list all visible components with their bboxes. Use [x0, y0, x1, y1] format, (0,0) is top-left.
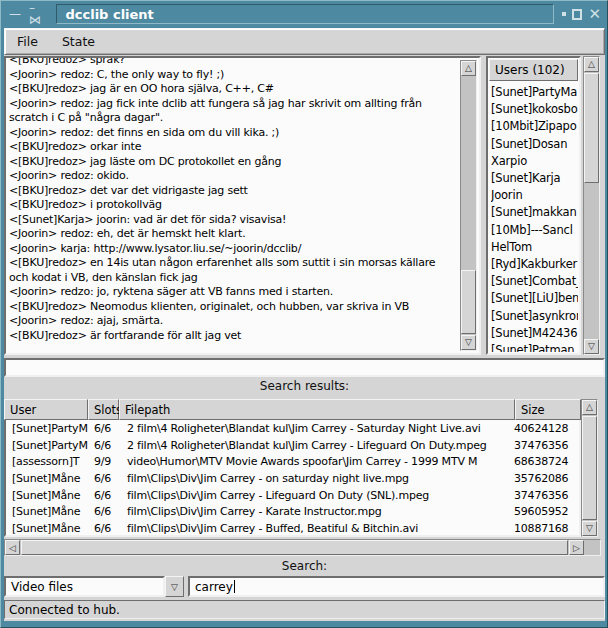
maximize-icon[interactable] — [572, 9, 583, 20]
column-header-slots[interactable]: Slots — [88, 399, 119, 420]
chat-line: <[BKU]redoz> språk? — [9, 58, 459, 68]
chat-line: <Joorin> karja: http://www.lysator.liu.s… — [9, 242, 459, 257]
user-list-item[interactable]: [Sunet]M42436 — [491, 325, 578, 342]
shade-icon[interactable]: — — [9, 8, 21, 20]
table-row[interactable]: [Sunet]Måne6/6film\Clips\Div\Jim Carrey … — [6, 487, 579, 504]
user-list-item[interactable]: [Sunet]Combat_ — [491, 273, 578, 290]
pin-icon[interactable]: –⋈ — [29, 2, 46, 26]
search-query: carrey — [195, 580, 233, 594]
chat-line: <Joorin> redzo: jo, ryktena säger att VB… — [9, 285, 459, 300]
user-list-item[interactable]: [Sunet]asynkron — [491, 308, 578, 325]
scroll-down-icon[interactable]: ▽ — [584, 339, 599, 354]
table-row[interactable]: [assessorn]T9/9video\Humor\MTV Movie Awa… — [6, 453, 579, 470]
chat-scrollbar[interactable]: △ ▽ — [460, 60, 477, 351]
user-list-item[interactable]: [Sunet]PartyMa — [491, 84, 578, 101]
table-cell: [Sunet]Måne — [6, 505, 89, 518]
close-icon[interactable]: ✕ — [588, 5, 601, 23]
table-cell: 6/6 — [89, 472, 120, 485]
scroll-left-icon[interactable]: ◁ — [5, 540, 20, 555]
table-cell: video\Humor\MTV Movie Awards spoofar\Jim… — [120, 455, 510, 468]
chat-line: <Joorin> redoz: eh, det är hemskt helt k… — [9, 227, 459, 242]
menu-state[interactable]: State — [50, 32, 107, 51]
minimize-icon[interactable] — [562, 12, 566, 16]
users-list[interactable]: [Sunet]PartyMa[Sunet]kokosbo[10Mbit]Zipa… — [491, 84, 578, 352]
user-list-item[interactable]: [10Mbit]Zipapo — [491, 118, 578, 135]
chat-line: <[BKU]redoz> i protokollväg — [9, 198, 459, 213]
table-cell: [Sunet]Måne — [6, 489, 89, 502]
user-list-item[interactable]: HelTom — [491, 239, 578, 256]
table-hscroll-thumb[interactable] — [21, 540, 568, 555]
table-cell: 6/6 — [89, 422, 120, 435]
user-list-item[interactable]: Joorin — [491, 187, 578, 204]
user-list-item[interactable]: [Ryd]Kakburker — [491, 256, 578, 273]
chat-line: <Joorin> redoz: ajaj, smärta. — [9, 314, 459, 329]
table-cell: 6/6 — [89, 489, 120, 502]
search-label: Search: — [4, 559, 605, 573]
table-body[interactable]: [Sunet]PartyM6/62 film\4 Roligheter\Blan… — [4, 420, 581, 537]
chat-messages[interactable]: <[BKU]redoz> språk?<Joorin> redoz: C, th… — [9, 58, 459, 351]
user-list-item[interactable]: [10Mb]---Sancl — [491, 222, 578, 239]
table-cell: [Sunet]PartyM — [6, 439, 89, 452]
table-cell: [Sunet]PartyM — [6, 422, 89, 435]
table-cell: 2 film\4 Roligheter\Blandat kul\Jim Carr… — [120, 422, 510, 435]
chat-line: <[Sunet]Karja> joorin: vad är det för si… — [9, 213, 459, 228]
scroll-right-icon[interactable]: ▷ — [569, 540, 584, 555]
table-cell: 37476356 — [510, 439, 570, 452]
menubar: File State — [4, 28, 605, 55]
table-cell: 35762086 — [510, 472, 570, 485]
file-type-select[interactable]: Video files — [4, 576, 165, 597]
user-list-item[interactable]: [Sunet]Karja — [491, 170, 578, 187]
scroll-up-icon[interactable]: △ — [582, 400, 597, 415]
chat-line: <Joorin> redoz: okido. — [9, 169, 459, 184]
table-scroll-thumb[interactable] — [582, 416, 597, 520]
table-cell: 6/6 — [89, 522, 120, 535]
user-list-item[interactable]: Xarpio — [491, 153, 578, 170]
search-input[interactable]: carrey — [188, 576, 605, 597]
table-cell: film\Clips\Div\Jim Carrey - Lifeguard On… — [120, 489, 510, 502]
table-header: User Slots Filepath Size — [4, 399, 581, 420]
table-cell: 6/6 — [89, 439, 120, 452]
table-row[interactable]: [Sunet]Måne6/6film\Clips\Div\Jim Carrey … — [6, 470, 579, 487]
column-header-filepath[interactable]: Filepath — [119, 399, 515, 420]
chat-line: <[BKU]redoz> är fortfarande för allt jag… — [9, 329, 459, 344]
column-header-user[interactable]: User — [4, 399, 88, 420]
table-row[interactable]: [Sunet]Måne6/6film\Clips\Div\Jim Carrey … — [6, 520, 579, 537]
table-hscrollbar[interactable]: ◁ ▷ — [4, 539, 601, 556]
chat-line: <[BKU]redoz> en 14is utan någon erfarenh… — [9, 256, 459, 271]
scroll-down-icon[interactable]: ▽ — [582, 521, 597, 536]
column-header-size[interactable]: Size — [515, 399, 581, 420]
chat-input[interactable] — [4, 358, 605, 377]
table-cell: [Sunet]Måne — [6, 522, 89, 535]
user-list-item[interactable]: [Sunet]Dosan — [491, 136, 578, 153]
scroll-up-icon[interactable]: △ — [461, 61, 476, 76]
chat-panel: <[BKU]redoz> språk?<Joorin> redoz: C, th… — [4, 56, 481, 355]
table-row[interactable]: [Sunet]PartyM6/62 film\4 Roligheter\Blan… — [6, 437, 579, 454]
scroll-down-icon[interactable]: ▽ — [461, 335, 476, 350]
chat-line: <[BKU]redoz> orkar inte — [9, 140, 459, 155]
users-header-button[interactable]: Users (102) — [489, 59, 578, 81]
chat-line: <[BKU]redoz> jag är en OO hora själva, C… — [9, 82, 459, 97]
user-list-item[interactable]: [Sunet]kokosbo — [491, 101, 578, 118]
user-list-item[interactable]: [Sunet]makkan — [491, 204, 578, 221]
chat-line: <[BKU]redoz> jag läste om DC protokollet… — [9, 155, 459, 170]
table-cell: 2 film\4 Roligheter\Blandat kul\Jim Carr… — [120, 439, 510, 452]
user-list-item[interactable]: [Sunet][LiU]ben — [491, 290, 578, 307]
table-scrollbar[interactable]: △ ▽ — [581, 399, 598, 537]
status-bar: Connected to hub. — [4, 600, 605, 619]
window-title: dcclib client — [56, 4, 553, 24]
table-row[interactable]: [Sunet]Måne6/6film\Clips\Div\Jim Carrey … — [6, 503, 579, 520]
chat-line: <[BKU]redoz> Neomodus klienten, original… — [9, 300, 459, 315]
user-list-item[interactable]: [Sunet]Patman — [491, 342, 578, 352]
table-cell: [Sunet]Måne — [6, 472, 89, 485]
table-cell: 40624128 — [510, 422, 570, 435]
table-cell: 6/6 — [89, 505, 120, 518]
chat-line: <[BKU]redoz> det var det vidrigaste jag … — [9, 184, 459, 199]
menu-file[interactable]: File — [5, 32, 50, 51]
users-scrollbar[interactable]: △ ▽ — [583, 56, 600, 355]
titlebar[interactable]: — –⋈ dcclib client ✕ — [1, 1, 607, 27]
scroll-up-icon[interactable]: △ — [584, 57, 599, 72]
users-scroll-thumb[interactable] — [584, 73, 599, 183]
chevron-down-icon[interactable]: ▽ — [165, 576, 184, 597]
table-row[interactable]: [Sunet]PartyM6/62 film\4 Roligheter\Blan… — [6, 420, 579, 437]
chat-scroll-thumb[interactable] — [461, 270, 476, 334]
